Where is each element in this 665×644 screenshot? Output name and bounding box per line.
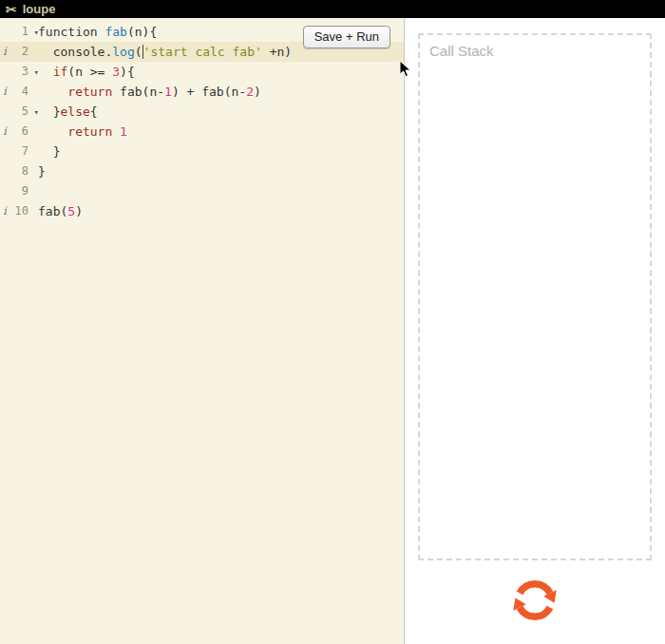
code-token: 'start calc fab' — [143, 45, 262, 59]
line-number: 10 — [15, 201, 28, 221]
loop-arrows-icon — [506, 572, 563, 629]
gutter-cell: i2 — [0, 42, 38, 62]
code-line[interactable]: i4 return fab(n-1) + fab(n-2) — [0, 82, 404, 102]
line-number: 5 — [22, 102, 28, 122]
code-token: return — [67, 85, 112, 99]
code-token: function — [38, 25, 104, 39]
code-token: else — [60, 104, 89, 119]
code-token: ) — [75, 204, 83, 218]
code-token: (n){ — [127, 25, 157, 39]
code-text[interactable]: return fab(n-1) + fab(n-2) — [38, 82, 261, 102]
code-token — [112, 124, 120, 139]
code-token: fab — [104, 25, 126, 39]
call-stack-panel: Call Stack — [418, 33, 652, 560]
visualization-panel: Call Stack — [405, 18, 665, 644]
code-token — [38, 65, 53, 79]
code-text[interactable]: console.log('start calc fab' +n) — [38, 42, 292, 62]
gutter-cell: 7 — [0, 142, 38, 161]
code-text[interactable]: } — [38, 142, 60, 161]
code-token: 1 — [164, 85, 172, 99]
code-line[interactable]: 5▾ }else{ — [0, 102, 404, 122]
line-number: 2 — [22, 42, 28, 62]
info-marker-icon: i — [3, 201, 7, 221]
code-token: return — [67, 124, 112, 139]
code-token: (n >= — [67, 65, 112, 79]
code-line[interactable]: 9 — [0, 181, 404, 201]
code-text[interactable]: }else{ — [38, 102, 98, 122]
code-token: 1 — [120, 124, 127, 139]
code-token: +n) — [262, 45, 292, 59]
fold-arrow-icon[interactable]: ▾ — [34, 63, 39, 83]
gutter-cell: 3▾ — [0, 62, 38, 82]
gutter-cell: 9 — [0, 181, 38, 201]
app-header: ✂ loupe — [0, 0, 665, 18]
code-token: 3 — [112, 65, 120, 79]
info-marker-icon: i — [3, 82, 7, 102]
code-text[interactable]: if(n >= 3){ — [38, 62, 135, 82]
gutter-cell: 5▾ — [0, 102, 38, 122]
event-loop-icon[interactable] — [506, 572, 563, 629]
code-lines: 1▾function fab(n){i2 console.log('start … — [0, 18, 404, 221]
code-line[interactable]: i10fab(5) — [0, 201, 404, 221]
code-token — [38, 124, 67, 139]
line-number: 6 — [22, 122, 28, 142]
call-stack-title: Call Stack — [420, 35, 650, 66]
code-line[interactable]: i6 return 1 — [0, 122, 404, 142]
code-line[interactable]: 8} — [0, 161, 404, 181]
gutter-cell: i4 — [0, 82, 38, 102]
code-token: console. — [38, 45, 112, 59]
code-text[interactable]: return 1 — [38, 122, 127, 142]
line-number: 9 — [22, 181, 28, 201]
app-title: loupe — [23, 2, 56, 16]
code-token: } — [38, 164, 46, 179]
code-line[interactable]: 7 } — [0, 142, 404, 161]
code-editor[interactable]: 1▾function fab(n){i2 console.log('start … — [0, 18, 405, 644]
code-token: { — [90, 104, 98, 119]
code-token: fab( — [38, 204, 67, 218]
code-line[interactable]: 3▾ if(n >= 3){ — [0, 62, 404, 82]
code-token: 5 — [67, 204, 75, 218]
code-token: ){ — [120, 65, 135, 79]
line-number: 7 — [22, 142, 28, 161]
fold-arrow-icon[interactable]: ▾ — [34, 23, 39, 43]
code-token: fab(n- — [112, 85, 164, 99]
code-text[interactable]: function fab(n){ — [38, 22, 157, 42]
code-text[interactable]: } — [38, 161, 46, 181]
line-number: 4 — [22, 82, 28, 102]
code-token — [38, 85, 67, 99]
code-token: ) — [254, 85, 261, 99]
line-number: 1 — [22, 22, 28, 42]
gutter-cell: i6 — [0, 122, 38, 142]
line-number: 3 — [22, 62, 28, 82]
code-token: if — [53, 65, 68, 79]
code-token: log — [112, 45, 134, 59]
save-run-button[interactable]: Save + Run — [303, 26, 390, 48]
code-text[interactable]: fab(5) — [38, 201, 83, 221]
code-token: ( — [135, 45, 142, 59]
gutter-cell: 1▾ — [0, 22, 38, 42]
gutter-cell: 8 — [0, 161, 38, 181]
code-token: 2 — [246, 85, 254, 99]
gutter-cell: i10 — [0, 201, 38, 221]
fold-arrow-icon[interactable]: ▾ — [34, 103, 39, 123]
info-marker-icon: i — [3, 122, 7, 142]
code-token: ) + fab(n- — [172, 85, 246, 99]
line-number: 8 — [22, 161, 28, 181]
code-token: } — [38, 104, 60, 119]
info-marker-icon: i — [3, 42, 7, 62]
code-token: } — [38, 144, 60, 159]
scissors-logo-icon: ✂ — [6, 3, 17, 16]
